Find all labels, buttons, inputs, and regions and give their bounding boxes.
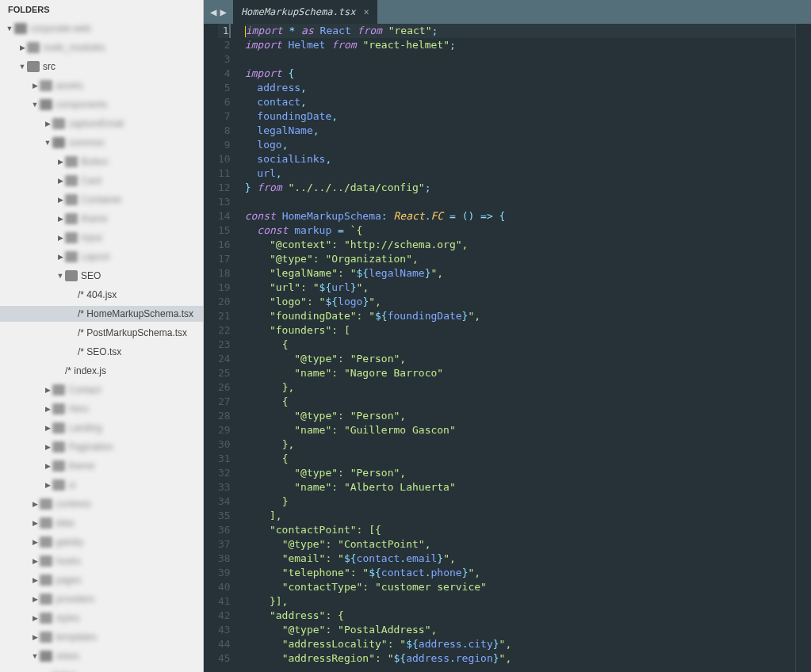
folder-item[interactable]: ▶Landing: [0, 420, 203, 436]
chevron-right-icon[interactable]: ▶: [43, 120, 52, 128]
chevron-right-icon[interactable]: ▶: [30, 557, 40, 565]
line-number[interactable]: 28: [218, 409, 231, 423]
line-number[interactable]: 37: [218, 537, 231, 552]
code-line[interactable]: "telephone": "${contact.phone}",: [245, 566, 795, 580]
code-line[interactable]: address,: [245, 81, 795, 95]
folder-item[interactable]: ▶providers: [0, 591, 203, 607]
line-number[interactable]: 20: [218, 295, 231, 309]
chevron-right-icon[interactable]: ▶: [43, 443, 52, 451]
code-line[interactable]: "@type": "ContactPoint",: [245, 537, 795, 552]
line-number[interactable]: 22: [218, 323, 231, 338]
code-line[interactable]: import Helmet from "react-helmet";: [245, 38, 795, 52]
folder-item[interactable]: ▶pages: [0, 572, 203, 588]
chevron-right-icon[interactable]: ▶: [43, 386, 52, 394]
line-number[interactable]: 35: [218, 509, 231, 523]
line-number[interactable]: 42: [218, 609, 231, 623]
code-line[interactable]: const HomeMarkupSchema: React.FC = () =>…: [245, 209, 795, 223]
chevron-right-icon[interactable]: ▶: [55, 158, 65, 166]
line-number[interactable]: 40: [218, 580, 231, 594]
code-line[interactable]: "name": "Guillermo Gascon": [245, 423, 795, 437]
folder-item[interactable]: ▶assets: [0, 78, 203, 94]
line-number[interactable]: 31: [218, 452, 231, 466]
code-line[interactable]: foundingDate,: [245, 109, 795, 124]
line-number[interactable]: 1: [218, 24, 231, 38]
folder-item[interactable]: ▶ui: [0, 477, 203, 493]
code-line[interactable]: "email": "${contact.email}",: [245, 552, 795, 566]
line-number[interactable]: 41: [218, 594, 231, 609]
folder-item[interactable]: ▶gatsby: [0, 534, 203, 550]
chevron-right-icon[interactable]: ▶: [55, 177, 65, 185]
chevron-right-icon[interactable]: ▶: [30, 614, 40, 622]
code-line[interactable]: } from "../../../data/config";: [245, 181, 795, 195]
code-line[interactable]: logo,: [245, 138, 795, 152]
code-line[interactable]: "name": "Nagore Barroco": [245, 366, 795, 380]
line-number[interactable]: 30: [218, 437, 231, 452]
line-number[interactable]: 2: [218, 38, 231, 52]
code-line[interactable]: },: [245, 380, 795, 395]
folder-item[interactable]: ▶captureEmail: [0, 116, 203, 132]
folder-item[interactable]: ▶styles: [0, 610, 203, 626]
line-number[interactable]: 43: [218, 623, 231, 637]
chevron-down-icon[interactable]: ▼: [17, 63, 27, 71]
folder-item[interactable]: ▶iframe: [0, 211, 203, 227]
chevron-down-icon[interactable]: ▼: [30, 652, 40, 660]
line-number[interactable]: 18: [218, 266, 231, 281]
line-number[interactable]: 29: [218, 423, 231, 437]
folder-item[interactable]: ▼views: [0, 648, 203, 664]
tab-close-icon[interactable]: ×: [363, 6, 369, 17]
code-line[interactable]: "@type": "Person",: [245, 409, 795, 423]
chevron-down-icon[interactable]: ▼: [55, 272, 65, 280]
folder-item[interactable]: ▶Container: [0, 192, 203, 208]
line-number[interactable]: 38: [218, 552, 231, 566]
folder-item[interactable]: ▼src: [0, 59, 203, 74]
line-number[interactable]: 5: [218, 81, 231, 95]
code-line[interactable]: },: [245, 437, 795, 452]
code-line[interactable]: "contactPoint": [{: [245, 523, 795, 537]
folder-item[interactable]: ▶Layout: [0, 249, 203, 265]
chevron-right-icon[interactable]: ▶: [30, 576, 40, 584]
code-line[interactable]: "addressRegion": "${address.region}",: [245, 651, 795, 666]
code-line[interactable]: "url": "${url}",: [245, 281, 795, 295]
folder-item[interactable]: ▶Contact: [0, 382, 203, 398]
chevron-right-icon[interactable]: ▶: [43, 405, 52, 413]
folder-item[interactable]: ▼components: [0, 97, 203, 113]
chevron-right-icon[interactable]: ▶: [43, 424, 52, 432]
file-item[interactable]: /* index.js: [0, 363, 203, 379]
file-item[interactable]: /* 404.jsx: [0, 287, 203, 303]
code-content[interactable]: import * as React from "react";import He…: [240, 24, 795, 672]
chevron-right-icon[interactable]: ▶: [43, 481, 52, 489]
folder-item[interactable]: ▼corporate-web: [0, 21, 203, 36]
chevron-right-icon[interactable]: ▶: [30, 595, 40, 603]
line-number[interactable]: 24: [218, 352, 231, 366]
file-item[interactable]: listing: [0, 667, 203, 672]
code-line[interactable]: "name": "Alberto Lahuerta": [245, 480, 795, 494]
line-number[interactable]: 4: [218, 67, 231, 81]
code-line[interactable]: "@type": "PostalAddress",: [245, 623, 795, 637]
code-line[interactable]: socialLinks,: [245, 152, 795, 166]
folder-item[interactable]: ▶data: [0, 515, 203, 531]
line-number[interactable]: 10: [218, 152, 231, 166]
line-number[interactable]: 36: [218, 523, 231, 537]
folder-item[interactable]: ▼SEO: [0, 268, 203, 284]
line-number[interactable]: 44: [218, 637, 231, 651]
line-number[interactable]: 21: [218, 309, 231, 323]
line-number[interactable]: 17: [218, 252, 231, 266]
line-number[interactable]: 26: [218, 380, 231, 395]
code-line[interactable]: contact,: [245, 95, 795, 109]
code-line[interactable]: "foundingDate": "${foundingDate}",: [245, 309, 795, 323]
chevron-right-icon[interactable]: ▶: [55, 196, 65, 204]
code-line[interactable]: "@type": "Organization",: [245, 252, 795, 266]
code-line[interactable]: "@context": "http://schema.org",: [245, 238, 795, 252]
line-number[interactable]: 8: [218, 124, 231, 138]
line-number[interactable]: 25: [218, 366, 231, 380]
chevron-down-icon[interactable]: ▼: [5, 25, 14, 32]
code-line[interactable]: "contactType": "customer service": [245, 580, 795, 594]
line-number[interactable]: 12: [218, 181, 231, 195]
file-item[interactable]: /* HomeMarkupSchema.tsx: [0, 306, 203, 322]
chevron-right-icon[interactable]: ▶: [17, 44, 27, 52]
line-number[interactable]: 39: [218, 566, 231, 580]
chevron-right-icon[interactable]: ▶: [55, 215, 65, 223]
folder-item[interactable]: ▶node_modules: [0, 40, 203, 55]
code-line[interactable]: "logo": "${logo}",: [245, 295, 795, 309]
code-line[interactable]: }: [245, 494, 795, 509]
